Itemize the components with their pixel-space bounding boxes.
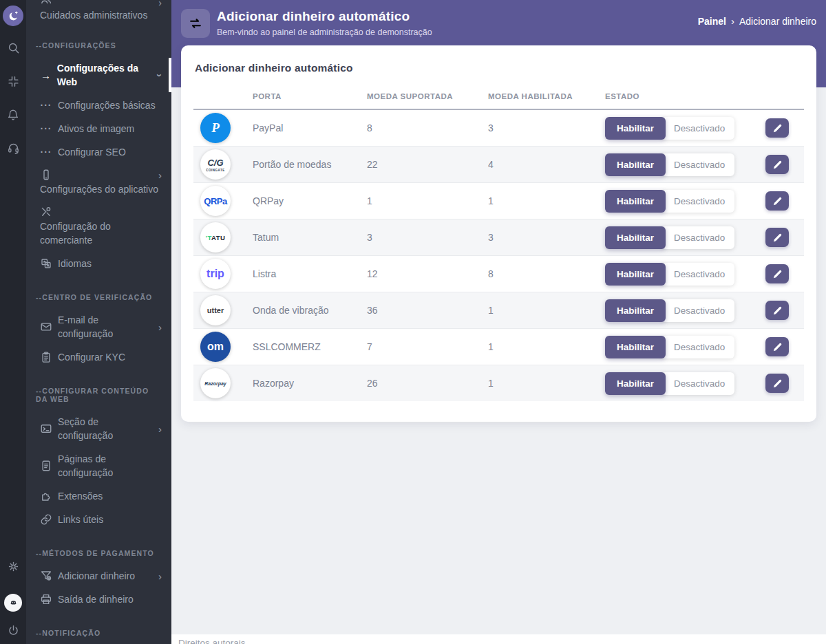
enable-button[interactable]: Habilitar (605, 372, 666, 395)
state-group: Habilitar Desactivado (605, 263, 739, 286)
table-row: trip Listra 12 8 Habilitar Desactivado (193, 256, 804, 292)
edit-button[interactable] (765, 374, 789, 393)
power-icon[interactable] (7, 624, 20, 637)
logo-moon-icon[interactable] (3, 6, 23, 26)
search-icon[interactable] (7, 41, 20, 54)
chevron-down-icon: › (154, 69, 162, 81)
sidebar-item-label: Configurações básicas (58, 98, 156, 112)
sidebar-item-e-mail-de-configura-o[interactable]: E-mail de configuração› (26, 308, 171, 345)
sidebar: › Cuidados administrativos --Configuraçõ… (26, 0, 171, 644)
sidebar-item-configura-o-do-comerciante[interactable]: Configuração do comerciante (26, 201, 171, 252)
pencil-icon (772, 342, 783, 352)
breadcrumb: Painel › Adicionar dinheiro (698, 15, 816, 27)
supported-currency-count: 7 (360, 329, 481, 365)
sidebar-item-extens-es[interactable]: Extensões (26, 484, 171, 508)
sidebar-item-ativos-de-imagem[interactable]: ···Ativos de imagem (26, 117, 171, 140)
discord-icon[interactable] (4, 594, 22, 612)
sidebar-item-configura-es-do-aplicativo[interactable]: Configurações do aplicativo› (26, 164, 171, 201)
headset-icon[interactable] (7, 142, 20, 155)
column-header-actions (746, 83, 804, 109)
arrow-right-icon: → (40, 69, 52, 81)
gateway-name: SSLCOMMERZ (246, 329, 360, 365)
pencil-icon (772, 269, 783, 279)
chevron-right-icon: › (154, 423, 162, 435)
breadcrumb-separator: › (731, 15, 734, 27)
terminal-icon (40, 422, 52, 435)
status-badge: Desactivado (661, 117, 734, 140)
sidebar-item-configurar-seo[interactable]: ···Configurar SEO (26, 140, 171, 164)
table-row: P PayPal 8 3 Habilitar Desactivado (193, 109, 804, 147)
clipboard-icon (40, 351, 52, 363)
phone-icon (40, 169, 52, 181)
pencil-icon (772, 123, 783, 133)
enable-button[interactable]: Habilitar (605, 190, 666, 213)
enable-button[interactable]: Habilitar (605, 299, 666, 322)
pencil-icon (772, 305, 783, 316)
enable-button[interactable]: Habilitar (605, 336, 666, 358)
enabled-currency-count: 1 (481, 183, 598, 219)
edit-button[interactable] (765, 118, 789, 138)
app-root: › Cuidados administrativos --Configuraçõ… (0, 0, 826, 644)
sidebar-item-se-o-de-configura-o[interactable]: Seção de configuração› (26, 410, 171, 447)
chevron-right-icon: › (154, 570, 162, 582)
sidebar-item-links-teis[interactable]: Links úteis (26, 508, 171, 531)
enable-button[interactable]: Habilitar (605, 263, 666, 286)
gateway-name: Tatum (246, 219, 360, 256)
gear-icon[interactable] (7, 560, 20, 573)
gateway-name: QRPay (246, 183, 360, 219)
edit-button[interactable] (765, 155, 789, 174)
sidebar-item-label: Configuração do comerciante (40, 218, 162, 247)
printer-icon (40, 593, 52, 605)
gateway-logo: Razorpay (200, 368, 231, 398)
state-group: Habilitar Desactivado (605, 336, 739, 358)
state-group: Habilitar Desactivado (605, 117, 739, 140)
sidebar-item-admin-care[interactable]: › Cuidados administrativos (26, 0, 171, 23)
gateway-logo: trip (200, 259, 231, 289)
enabled-currency-count: 1 (481, 292, 598, 329)
sidebar-item-configurar-kyc[interactable]: Configurar KYC (26, 345, 171, 369)
table-row: QRPa QRPay 1 1 Habilitar Desactivado (193, 183, 804, 219)
sidebar-item-adicionar-dinheiro[interactable]: Adicionar dinheiro› (26, 564, 171, 588)
enable-button[interactable]: Habilitar (605, 226, 666, 249)
users-icon (40, 0, 52, 3)
page-title: Adicionar dinheiro automático (217, 9, 432, 24)
sidebar-item-label: Cuidados administrativos (40, 8, 162, 21)
gateways-card: Adicionar dinheiro automático Porta Moed… (181, 45, 816, 422)
sidebar-item-label: Configurações da Web (57, 61, 154, 89)
supported-currency-count: 8 (360, 109, 481, 147)
enable-button[interactable]: Habilitar (605, 153, 666, 176)
gateway-name: PayPal (246, 109, 360, 147)
sidebar-item-label: Seção de configuração (58, 415, 154, 442)
gateway-logo: QRPa (200, 186, 231, 216)
sidebar-item-idiomas[interactable]: Idiomas (26, 252, 171, 275)
breadcrumb-home-link[interactable]: Painel (698, 16, 726, 27)
section-label: --Configurar conteúdo da web (36, 387, 162, 403)
edit-button[interactable] (765, 301, 789, 320)
supported-currency-count: 26 (360, 365, 481, 402)
enabled-currency-count: 3 (481, 219, 598, 256)
enable-button[interactable]: Habilitar (605, 117, 666, 140)
edit-button[interactable] (765, 191, 789, 211)
supported-currency-count: 3 (360, 219, 481, 256)
sidebar-item-label: Idiomas (58, 257, 92, 270)
footer-copyright: Direitos autorais (178, 638, 246, 644)
sidebar-item-configura-es-b-sicas[interactable]: ···Configurações básicas (26, 94, 171, 117)
mail-icon (40, 321, 52, 333)
translate-icon (40, 257, 52, 270)
supported-currency-count: 36 (360, 292, 481, 329)
edit-button[interactable] (765, 264, 789, 283)
sidebar-item-label: Configurações do aplicativo (40, 181, 162, 196)
sidebar-item-p-ginas-de-configura-o[interactable]: Páginas de configuração (26, 447, 171, 484)
bell-icon[interactable] (7, 109, 19, 121)
edit-button[interactable] (765, 228, 789, 247)
gateways-table: Porta Moeda suportada Moeda habilitada E… (193, 83, 804, 401)
link-icon (40, 513, 52, 526)
state-group: Habilitar Desactivado (605, 299, 739, 322)
sidebar-item-sa-da-de-dinheiro[interactable]: Saída de dinheiro (26, 588, 171, 611)
chevron-right-icon: › (154, 169, 162, 181)
pencil-icon (772, 378, 783, 389)
supported-currency-count: 1 (360, 183, 481, 219)
sidebar-item-configura-es-da-web[interactable]: →Configurações da Web› (26, 56, 171, 94)
edit-button[interactable] (765, 337, 789, 356)
compress-icon[interactable] (7, 75, 20, 88)
